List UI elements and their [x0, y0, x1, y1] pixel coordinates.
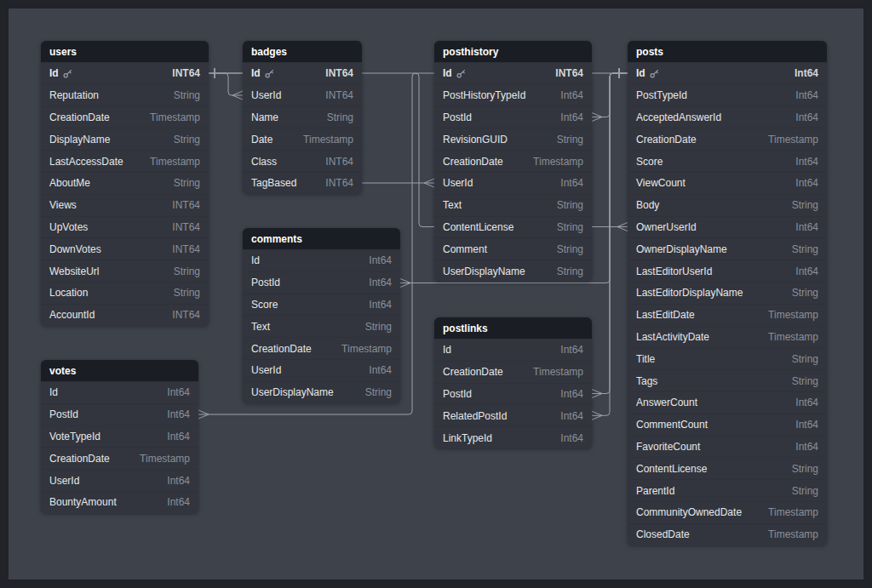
table-header-label: posts: [636, 46, 663, 58]
field-row-users-LastAccessDate: LastAccessDate Timestamp: [41, 150, 209, 172]
field-row-votes-BountyAmount: BountyAmount Int64: [41, 491, 198, 513]
field-row-users-AboutMe: AboutMe String: [41, 172, 209, 194]
primary-key-icon: [650, 69, 659, 78]
field-type: Int64: [560, 432, 583, 444]
field-row-votes-Id: Id Int64: [41, 381, 198, 403]
field-name: RelatedPostId: [443, 410, 507, 422]
field-name: ParentId: [636, 485, 674, 497]
field-name: CreationDate: [251, 343, 312, 355]
field-row-posthistory-PostHistoryTypeId: PostHistoryTypeId Int64: [434, 84, 592, 106]
field-type: INT64: [325, 89, 353, 101]
field-type: INT64: [325, 177, 353, 189]
table-posts[interactable]: posts Id Int64 PostTypeId Int64: [628, 41, 827, 545]
field-type: Timestamp: [533, 366, 583, 378]
field-name: Name: [251, 111, 278, 123]
field-name: ViewCount: [636, 177, 686, 189]
field-type: Timestamp: [768, 506, 818, 518]
table-posthistory[interactable]: posthistory Id INT64 PostHistoryTypeId I…: [434, 41, 592, 282]
field-name: LastAccessDate: [49, 156, 123, 168]
field-name: UpVotes: [49, 221, 88, 233]
field-type: String: [365, 386, 392, 398]
field-row-posthistory-UserDisplayName: UserDisplayName String: [434, 260, 592, 282]
field-type: Int64: [369, 254, 392, 266]
field-row-posts-PostTypeId: PostTypeId Int64: [628, 84, 827, 106]
field-name: UserId: [49, 475, 79, 487]
table-header-label: votes: [49, 365, 76, 377]
field-name: Id: [251, 67, 261, 79]
field-type: Int64: [560, 344, 583, 356]
field-name: LastEditDate: [636, 309, 695, 321]
field-name: Comment: [443, 243, 487, 255]
field-name: Id: [49, 67, 59, 79]
field-type: Int64: [795, 441, 818, 453]
field-row-users-CreationDate: CreationDate Timestamp: [41, 106, 209, 128]
field-type: Int64: [795, 67, 818, 79]
table-postlinks[interactable]: postlinks Id Int64 CreationDate Timestam…: [434, 317, 592, 448]
table-comments[interactable]: comments Id Int64 PostId Int64 Score Int…: [243, 228, 400, 403]
field-row-posthistory-RevisionGUID: RevisionGUID String: [434, 128, 592, 150]
field-name: Text: [443, 199, 462, 211]
field-type: INT64: [172, 199, 200, 211]
field-type: String: [792, 353, 818, 365]
field-row-posthistory-UserId: UserId Int64: [434, 172, 592, 194]
field-row-users-Location: Location String: [41, 282, 209, 304]
field-type: String: [792, 199, 818, 211]
field-row-votes-VoteTypeId: VoteTypeId Int64: [41, 425, 198, 448]
table-header[interactable]: votes: [41, 360, 198, 381]
field-name: LastActivityDate: [636, 331, 709, 343]
field-type: Timestamp: [768, 528, 818, 540]
field-row-posts-CreationDate: CreationDate Timestamp: [628, 128, 827, 150]
field-row-votes-PostId: PostId Int64: [41, 403, 198, 425]
field-type: String: [792, 463, 818, 475]
table-badges[interactable]: badges Id INT64 UserId INT64 Na: [243, 41, 362, 194]
field-row-users-WebsiteUrl: WebsiteUrl String: [41, 260, 209, 282]
field-name: Views: [49, 199, 77, 211]
table-header[interactable]: badges: [243, 41, 362, 62]
field-name: LinkTypeId: [443, 432, 492, 444]
field-name: UserId: [251, 89, 281, 101]
table-header[interactable]: comments: [243, 228, 400, 249]
field-row-postlinks-RelatedPostId: RelatedPostId Int64: [434, 404, 592, 426]
field-row-posts-OwnerUserId: OwnerUserId Int64: [628, 216, 827, 238]
table-header[interactable]: posthistory: [434, 41, 592, 62]
field-name: CreationDate: [636, 134, 697, 146]
field-name: ClosedDate: [636, 528, 690, 540]
field-type: String: [557, 243, 583, 255]
field-row-comments-UserDisplayName: UserDisplayName String: [243, 381, 400, 403]
field-row-posts-CommentCount: CommentCount Int64: [628, 414, 827, 436]
field-type: Int64: [369, 277, 392, 288]
field-name: DisplayName: [49, 134, 110, 146]
field-name: ContentLicense: [636, 463, 707, 475]
field-type: INT64: [172, 309, 200, 321]
field-row-posts-LastEditorUserId: LastEditorUserId Int64: [628, 260, 827, 282]
field-name: PostTypeId: [636, 89, 687, 101]
field-row-posts-ContentLicense: ContentLicense String: [628, 457, 827, 479]
field-name: Score: [251, 299, 278, 311]
field-row-postlinks-CreationDate: CreationDate Timestamp: [434, 361, 592, 383]
field-row-posts-ViewCount: ViewCount Int64: [628, 172, 827, 194]
diagram-window: users Id INT64 Reputation String: [0, 0, 872, 588]
field-row-postlinks-LinkTypeId: LinkTypeId Int64: [434, 426, 592, 448]
table-header[interactable]: users: [41, 41, 209, 62]
table-header[interactable]: postlinks: [434, 317, 592, 339]
field-name: VoteTypeId: [49, 431, 100, 442]
field-row-posts-Title: Title String: [628, 347, 827, 369]
field-row-users-DownVotes: DownVotes INT64: [41, 237, 209, 260]
field-type: String: [174, 89, 200, 101]
field-name: Id: [636, 67, 645, 79]
table-header-label: posthistory: [443, 46, 498, 58]
field-row-comments-UserId: UserId Int64: [243, 359, 400, 381]
field-type: INT64: [325, 156, 353, 168]
field-row-posts-Score: Score Int64: [628, 150, 827, 172]
table-header[interactable]: posts: [628, 41, 827, 62]
field-row-comments-Score: Score Int64: [243, 294, 400, 316]
field-row-posts-CommunityOwnedDate: CommunityOwnedDate Timestamp: [628, 501, 827, 523]
field-type: Int64: [560, 89, 583, 101]
field-row-users-DisplayName: DisplayName String: [41, 128, 209, 150]
table-users[interactable]: users Id INT64 Reputation String: [41, 41, 209, 326]
table-votes[interactable]: votes Id Int64 PostId Int64 VoteTypeId I…: [41, 360, 198, 513]
field-name: Date: [251, 134, 272, 146]
field-type: Int64: [167, 475, 190, 487]
field-row-posthistory-CreationDate: CreationDate Timestamp: [434, 150, 592, 172]
field-type: Timestamp: [341, 343, 392, 355]
